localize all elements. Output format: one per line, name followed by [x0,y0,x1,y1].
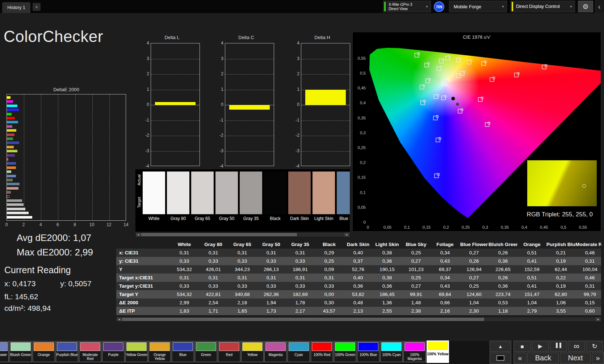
table-cell: 0,46 [575,274,601,282]
y-tick-label: 0,05 [355,205,366,209]
table-cell: 2,55 [373,307,402,315]
stop-button[interactable]: ■ [513,341,531,352]
swatch-light-skin: Light Skin [313,172,335,221]
measurement-table: WhiteGray 80Gray 65Gray 50Gray 35BlackDa… [116,240,601,316]
gear-icon: ⚙ [582,3,588,11]
column-header: Moderate Red [575,240,601,249]
delta-h-bar [305,90,346,105]
swatch-label: Gray 80 [167,216,189,221]
patch-color-swatch [335,342,355,351]
gridline [151,74,200,75]
table-scrollbar[interactable]: ◄ ► [116,317,601,322]
patch-button-100-green[interactable]: 100% Green [334,341,356,362]
table-cell: 1,06 [546,299,575,307]
deltae-bar-100-green [7,113,12,115]
table-cell: 0,36 [344,282,373,290]
collapse-panel-button[interactable]: ‹ [595,0,604,13]
patch-button-yellow-green[interactable]: Yellow Green [125,341,148,362]
patch-color-swatch [80,342,100,351]
patch-button-red[interactable]: Red [218,341,240,362]
display-control-select[interactable]: Direct Display Control ▼ [511,1,575,12]
axis-tick-label: -2 [143,133,149,138]
deltae-bar-100-cyan [7,105,17,107]
y-tick-label: 0,3 [355,131,366,135]
history-tab[interactable]: History 1 [2,2,30,13]
patch-button-purple[interactable]: Purple [102,341,125,362]
patch-button-100-magenta[interactable]: 100% Magenta [403,341,426,362]
scroll-thumb[interactable] [141,233,297,236]
patch-button-bluish-green[interactable]: Bluish Green [9,341,32,362]
scroll-thumb[interactable] [122,318,484,321]
gridline [58,94,58,220]
refresh-button[interactable]: ↻ [586,341,603,352]
patch-button-magenta[interactable]: Magenta [264,341,287,362]
table-cell: 0,34 [431,249,460,257]
deltae-bar-bluish-green [7,170,11,173]
patch-button-blue-flower[interactable]: Blue Flower [0,341,9,362]
next-button[interactable]: Next [560,352,591,364]
patch-button-cyan[interactable]: Cyan [288,341,310,362]
patch-button-purplish-blue[interactable]: Purplish Blue [56,341,78,362]
patch-label: Yellow Green [126,352,147,357]
table-cell: 0,36 [488,282,517,290]
patch-button-yellow[interactable]: Yellow [241,341,264,362]
table-cell: 0,33 [257,257,286,265]
patch-label: Purplish Blue [56,352,78,357]
scroll-left-arrow[interactable]: ◄ [117,317,122,321]
meter-status-indicator [384,2,386,11]
deltae-bar-gray-65 [7,208,25,210]
patch-button-moderate-red[interactable]: Moderate Red [79,341,101,362]
axis-tick-label: -3 [218,148,223,153]
current-cdm2: cd/m²: 498,94 [4,304,51,313]
meter-select[interactable]: X-Rite i1Pro 3 Direct View ▼ [383,1,431,12]
patch-button-100-cyan[interactable]: 100% Cyan [380,341,403,362]
patch-button-green[interactable]: Green [195,341,217,362]
table-cell: 0,15 [575,299,601,307]
table-cell: 0,27 [402,257,431,265]
deltae-chart: DeltaE 2000 02468101214 [3,87,130,232]
gridline [151,120,200,121]
patch-button-blue[interactable]: Blue [172,341,194,362]
deltae-bar-100-red [7,117,15,119]
swatch-scrollbar[interactable]: ◄ ► [135,232,350,237]
patch-color-swatch [428,342,448,350]
table-cell: 0,31 [257,274,286,282]
scroll-right-arrow[interactable]: ► [344,233,349,237]
gridline [225,90,274,90]
add-tab-button[interactable]: + [33,3,41,11]
pause-button[interactable] [550,341,567,352]
table-cell: 0,31 [228,274,257,282]
patch-button-100-blue[interactable]: 100% Blue [357,341,379,362]
eject-button[interactable]: ▲ [490,341,511,352]
patch-button-100-yellow[interactable]: 100% Yellow [427,340,449,363]
axis-tick-label: -4 [294,164,299,169]
patch-color-swatch [312,342,332,351]
workflow-select[interactable]: Mobile Forge ▼ [449,1,507,12]
patch-label: Purple [102,352,124,357]
table-cell: 0,29 [315,249,344,257]
patch-button-orange-yellow[interactable]: Orange Yellow [148,341,171,362]
play-button[interactable]: ▶ [532,341,549,352]
table-cell: 53,82 [344,290,373,299]
continuous-measure-button[interactable]: ∞ [568,341,585,352]
table-cell: 0,00 [315,290,344,299]
pattern-window-button[interactable] [490,352,511,364]
scroll-left-arrow[interactable]: ◄ [136,233,141,237]
table-cell: 0,31 [286,249,315,257]
patch-label: 100% Magenta [404,352,425,361]
row-label: Target y:CIE31 [116,282,170,290]
settings-button[interactable]: ⚙ [578,1,593,12]
first-button[interactable]: « [513,352,527,364]
deltae-bar-black [7,195,9,198]
patch-button-orange[interactable]: Orange [33,341,55,362]
axis-tick-label: -3 [143,148,149,153]
delta-l-plot [151,43,200,166]
patch-button-100-red[interactable]: 100% Red [311,341,333,362]
patch-label: Magenta [265,352,286,357]
back-button[interactable]: Back [527,352,559,364]
table-cell: 0,25 [402,249,431,257]
table-cell: 0,40 [344,274,373,282]
deltae-bar-cyan [7,121,18,123]
last-button[interactable]: » [592,352,604,364]
scroll-right-arrow[interactable]: ► [596,317,601,321]
